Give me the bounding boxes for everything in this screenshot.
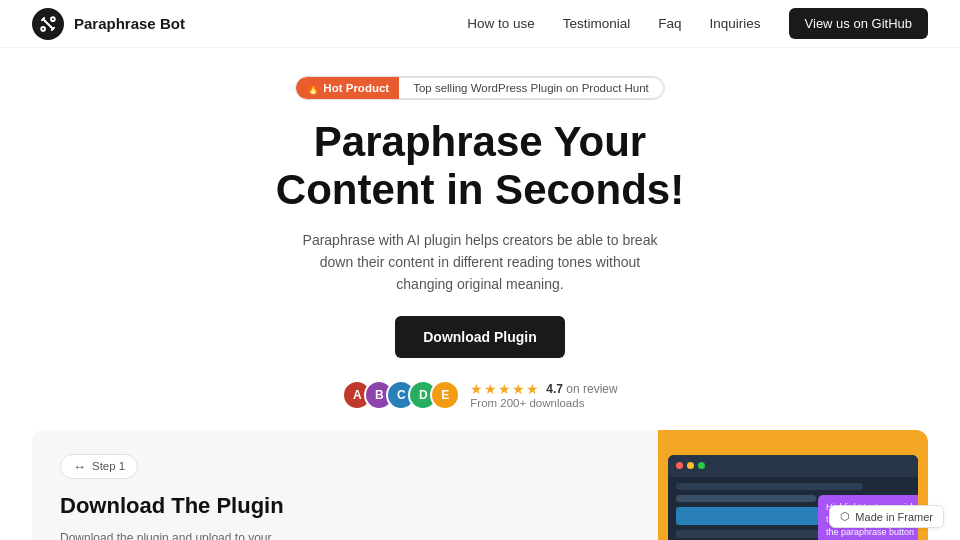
hero-title: Paraphrase Your Content in Seconds! <box>20 118 940 215</box>
avatar-group: A B C D E <box>342 380 460 410</box>
product-badge: 🔥 Hot Product Top selling WordPress Plug… <box>295 76 665 100</box>
avatar: E <box>430 380 460 410</box>
navbar: Paraphrase Bot How to use Testimonial Fa… <box>0 0 960 48</box>
social-proof: A B C D E ★ ★ ★ ★ ★ 4.7 on review From 2 <box>20 380 940 410</box>
svg-point-0 <box>51 17 55 21</box>
mock-top-bar <box>668 455 918 477</box>
downloads-count: From 200+ downloads <box>470 397 584 409</box>
section-desc: Download the plugin and upload to your W… <box>60 529 290 540</box>
product-hunt-badge: Top selling WordPress Plugin on Product … <box>399 77 664 99</box>
star-half: ★ <box>526 381 539 397</box>
dot-red <box>676 462 683 469</box>
mock-line <box>676 495 816 502</box>
rating-number: 4.7 on review <box>546 382 617 396</box>
bottom-section: ↔ Step 1 Download The Plugin Download th… <box>32 430 928 540</box>
hot-badge: 🔥 Hot Product <box>296 77 399 99</box>
star-rating: ★ ★ ★ ★ ★ <box>470 381 539 397</box>
step-icon: ↔ <box>73 459 86 474</box>
logo[interactable]: Paraphrase Bot <box>32 8 185 40</box>
step-badge: ↔ Step 1 <box>60 454 138 479</box>
star-1: ★ <box>470 381 483 397</box>
download-plugin-button[interactable]: Download Plugin <box>395 316 565 358</box>
badge-row: 🔥 Hot Product Top selling WordPress Plug… <box>20 76 940 100</box>
mock-line <box>676 483 863 490</box>
star-4: ★ <box>512 381 525 397</box>
hero-section: 🔥 Hot Product Top selling WordPress Plug… <box>0 48 960 430</box>
nav-link-faq[interactable]: Faq <box>658 16 681 31</box>
hero-subtitle: Paraphrase with AI plugin helps creators… <box>290 229 670 296</box>
svg-point-1 <box>41 27 45 31</box>
nav-links: How to use Testimonial Faq Inquiries Vie… <box>467 8 928 39</box>
nav-link-how-to-use[interactable]: How to use <box>467 16 535 31</box>
star-2: ★ <box>484 381 497 397</box>
dot-green <box>698 462 705 469</box>
dot-yellow <box>687 462 694 469</box>
github-button[interactable]: View us on GitHub <box>789 8 928 39</box>
framer-badge: ⬡ Made in Framer <box>829 505 944 528</box>
rating-info: ★ ★ ★ ★ ★ 4.7 on review From 200+ downlo… <box>470 381 617 409</box>
section-title: Download The Plugin <box>60 493 630 519</box>
star-3: ★ <box>498 381 511 397</box>
logo-text: Paraphrase Bot <box>74 15 185 32</box>
framer-icon: ⬡ <box>840 510 850 523</box>
nav-link-testimonial[interactable]: Testimonial <box>563 16 631 31</box>
nav-link-inquiries[interactable]: Inquiries <box>710 16 761 31</box>
logo-icon <box>32 8 64 40</box>
left-content: ↔ Step 1 Download The Plugin Download th… <box>32 430 658 540</box>
